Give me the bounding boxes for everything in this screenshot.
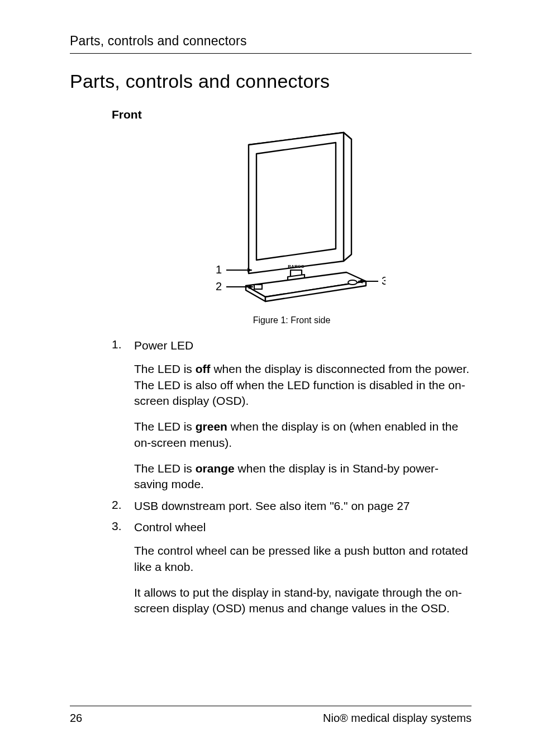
figure-front-side: BARCO <box>112 129 472 305</box>
list-item: 3. Control wheel The control wheel can b… <box>112 519 472 617</box>
item-number: 2. <box>112 498 134 514</box>
list-item: 2. USB downstream port. See also item "6… <box>112 498 472 514</box>
monitor-diagram: BARCO <box>198 129 386 303</box>
item-body: USB downstream port. See also item "6." … <box>134 498 472 514</box>
item-body: Control wheel The control wheel can be p… <box>134 519 472 617</box>
item-number: 1. <box>112 338 134 493</box>
callout-1: 1 <box>215 263 221 276</box>
svg-marker-3 <box>256 143 336 260</box>
item-title: Power LED <box>134 338 472 353</box>
item-title: USB downstream port. See also item "6." … <box>134 498 472 514</box>
callout-3: 3 <box>382 275 386 287</box>
page-number: 26 <box>70 712 82 725</box>
item-number: 3. <box>112 519 134 617</box>
figure-caption: Figure 1: Front side <box>112 315 472 325</box>
content-block: Front BARCO <box>112 108 472 325</box>
subhead-front: Front <box>112 108 472 121</box>
footer: 26 Nio® medical display systems <box>70 706 472 725</box>
svg-rect-9 <box>254 285 262 289</box>
svg-marker-1 <box>344 133 351 261</box>
list-item: 1. Power LED The LED is off when the dis… <box>112 338 472 493</box>
paragraph: The LED is green when the display is on … <box>134 419 472 451</box>
numbered-list: 1. Power LED The LED is off when the dis… <box>112 338 472 617</box>
paragraph: The control wheel can be pressed like a … <box>134 543 472 575</box>
paragraph: The LED is orange when the display is in… <box>134 461 472 493</box>
section-title: Parts, controls and connectors <box>70 70 472 92</box>
brand-label: BARCO <box>288 264 304 269</box>
page: Parts, controls and connectors Parts, co… <box>0 0 533 756</box>
item-body: Power LED The LED is off when the displa… <box>134 338 472 493</box>
doc-title-footer: Nio® medical display systems <box>323 712 472 725</box>
paragraph: It allows to put the display in stand-by… <box>134 585 472 617</box>
item-title: Control wheel <box>134 519 472 535</box>
running-header: Parts, controls and connectors <box>70 34 472 54</box>
paragraph: The LED is off when the display is disco… <box>134 361 472 409</box>
svg-point-10 <box>348 280 357 285</box>
callout-2: 2 <box>215 280 221 292</box>
